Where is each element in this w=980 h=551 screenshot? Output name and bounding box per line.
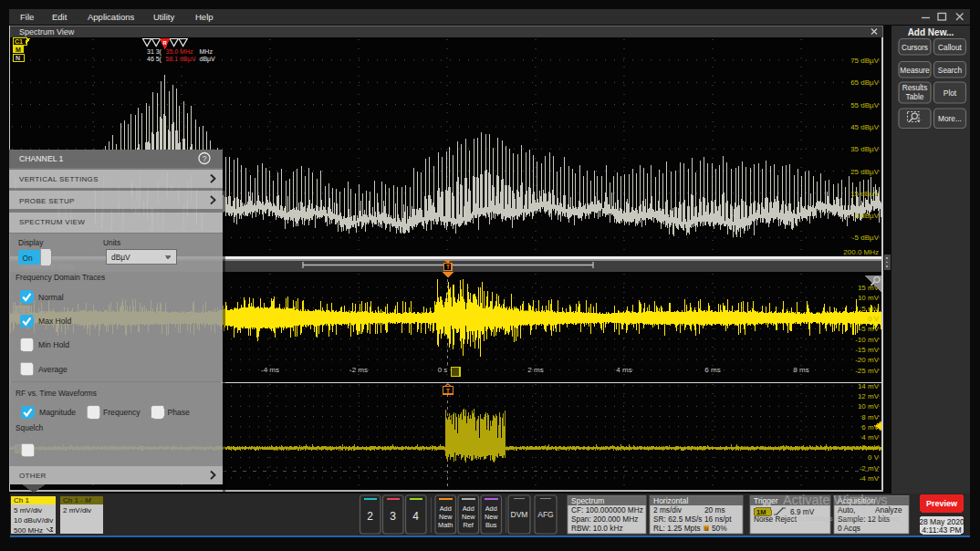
svg-text:RF vs. Time Waveforms: RF vs. Time Waveforms [16,389,97,398]
svg-text:MHz: MHz [200,48,214,55]
svg-text:T: T [446,264,450,270]
svg-text:PROBE SETUP: PROBE SETUP [19,197,75,205]
svg-text:20 ms: 20 ms [704,505,725,515]
svg-text:4:11:43 PM: 4:11:43 PM [922,525,961,535]
svg-text:C1: C1 [15,38,23,45]
svg-text:-25 mV: -25 mV [855,367,879,375]
svg-text:0 s: 0 s [438,366,448,374]
svg-text:1M: 1M [756,508,766,516]
svg-text:More...: More... [938,114,962,123]
svg-text:Add: Add [485,504,497,513]
svg-text:?: ? [203,154,207,163]
svg-text:VERTICAL SETTINGS: VERTICAL SETTINGS [19,175,99,183]
svg-text:DVM: DVM [511,510,528,519]
svg-text:10 mV: 10 mV [858,402,880,411]
svg-text:5 dBµV: 5 dBµV [855,212,880,220]
svg-text:45 dBµV: 45 dBµV [850,123,880,131]
svg-text:OTHER: OTHER [19,472,47,480]
svg-text:6 ms: 6 ms [704,366,720,374]
svg-text:-20 mV: -20 mV [855,356,879,364]
svg-text:u: u [704,525,708,532]
svg-text:SPECTRUM VIEW: SPECTRUM VIEW [19,218,85,226]
svg-text:5 mV: 5 mV [861,305,879,313]
svg-text:500 MHz: 500 MHz [14,526,43,535]
svg-text:10 mV: 10 mV [858,294,880,302]
svg-text:Display: Display [18,238,44,247]
svg-text:3: 3 [390,510,396,523]
svg-text:Min Hold: Min Hold [38,340,69,349]
svg-text:Table: Table [906,92,924,101]
svg-text:Measure: Measure [900,66,930,75]
svg-text:5 mV/div: 5 mV/div [14,506,42,515]
svg-text:RL: 1.25 Mpts: RL: 1.25 Mpts [653,524,701,533]
svg-text:Results: Results [902,83,928,92]
svg-text:New: New [439,513,453,521]
svg-text:2: 2 [367,510,373,523]
svg-text:Help: Help [195,12,214,22]
svg-text:On: On [22,254,33,263]
svg-text:New: New [462,513,475,521]
svg-text:Ch 1 - M: Ch 1 - M [63,496,91,504]
svg-text:Phase: Phase [168,408,191,417]
svg-text:4: 4 [412,510,419,523]
svg-text:2 mV: 2 mV [861,443,879,452]
svg-text:Add: Add [440,504,452,513]
svg-text:Bus: Bus [485,521,497,529]
svg-text:SR: 62.5 MS/s: SR: 62.5 MS/s [653,515,703,524]
svg-text:16 ns/pt: 16 ns/pt [704,515,732,524]
svg-text:Trigger: Trigger [754,496,778,505]
svg-text:AFG: AFG [537,510,553,519]
svg-text:12 mV: 12 mV [858,392,880,400]
svg-text:31 3(: 31 3( [147,48,162,56]
svg-text:Add New...: Add New... [908,27,954,37]
svg-text:RBW: 10.0 kHz: RBW: 10.0 kHz [571,524,623,533]
svg-text:Span: 200.000 MHz: Span: 200.000 MHz [571,515,638,524]
svg-text:CHANNEL 1: CHANNEL 1 [19,154,64,163]
svg-text:35 dBµV: 35 dBµV [850,145,880,153]
svg-text:Max Hold: Max Hold [38,317,72,326]
svg-text:Auto,: Auto, [838,505,855,515]
svg-text:35.0 MHz: 35.0 MHz [166,48,193,55]
svg-text:2 ms: 2 ms [527,366,543,374]
svg-text:200.0 MHz: 200.0 MHz [843,248,879,256]
svg-text:Edit: Edit [52,12,68,22]
svg-text:58.1 dBµV: 58.1 dBµV [166,56,196,63]
svg-text:10 dBuV/div: 10 dBuV/div [14,516,53,525]
svg-text:Frequency Domain Traces: Frequency Domain Traces [16,273,105,282]
svg-text:8 ms: 8 ms [793,366,808,374]
svg-text:Units: Units [103,238,120,247]
svg-text:65 dBµV: 65 dBµV [850,78,880,87]
svg-text:-2 mV: -2 mV [860,464,880,473]
svg-text:-4 ms: -4 ms [261,366,279,374]
svg-text:Add: Add [463,504,474,513]
svg-text:File: File [20,12,34,22]
svg-text:4 mV: 4 mV [861,433,879,442]
svg-text:-4 mV: -4 mV [860,474,880,483]
svg-text:Average: Average [38,365,68,374]
svg-text:0 V: 0 V [868,315,880,323]
svg-text:Horizontal: Horizontal [653,496,688,505]
svg-text:-10 mV: -10 mV [855,336,879,344]
svg-text:46 5(: 46 5( [147,56,162,63]
svg-text:4 ms: 4 ms [616,366,631,374]
svg-text:Math: Math [438,521,453,529]
svg-text:CF: 100.000000 MHz: CF: 100.000000 MHz [571,505,643,515]
svg-text:New: New [485,513,498,521]
svg-text:M: M [16,47,21,53]
svg-text:75 dBµV: 75 dBµV [850,57,880,65]
svg-text:Utility: Utility [153,12,174,22]
svg-text:dBµV: dBµV [111,253,130,262]
svg-text:Plot: Plot [944,88,957,98]
svg-text:Squelch: Squelch [16,423,44,432]
svg-text:Frequency: Frequency [103,408,141,417]
svg-text:0 Acqs: 0 Acqs [838,524,860,533]
svg-text:Spectrum View: Spectrum View [19,27,75,36]
svg-text:Preview: Preview [926,499,958,508]
svg-text:14 mV: 14 mV [858,382,880,390]
svg-text:-5 dBµV: -5 dBµV [852,234,880,242]
svg-text:Callout: Callout [938,43,963,52]
svg-text:25 dBµV: 25 dBµV [850,168,880,176]
svg-text:Applications: Applications [88,12,134,22]
svg-text:55 dBµV: 55 dBµV [850,101,880,109]
svg-text:Normal: Normal [38,293,64,302]
